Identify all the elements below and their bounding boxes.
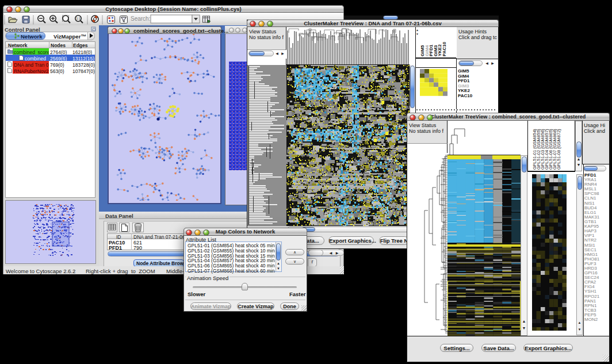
svg-text:1:1: 1:1 (76, 17, 81, 20)
svg-text:Search:: Search: (131, 16, 150, 22)
